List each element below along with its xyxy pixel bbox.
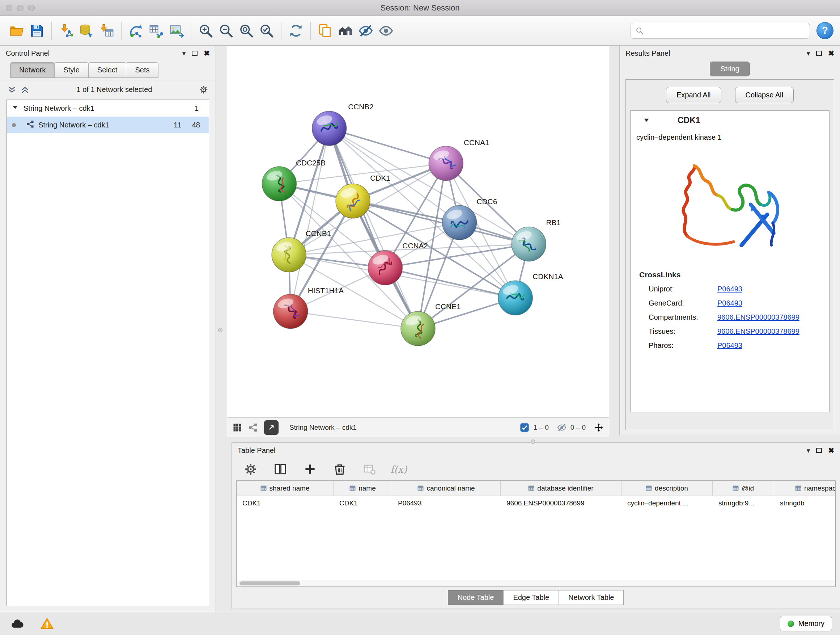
column-header[interactable]: namespace xyxy=(774,481,835,496)
show-columns-button[interactable] xyxy=(272,461,289,478)
table-cell[interactable]: P06493 xyxy=(392,496,501,510)
splitter-handle[interactable] xyxy=(531,440,535,444)
table-cell[interactable]: CDK1 xyxy=(333,496,392,510)
float-panel-icon[interactable] xyxy=(192,51,197,56)
network-node-ccnb1[interactable]: CCNB1 xyxy=(272,229,331,272)
network-overview-icon[interactable] xyxy=(248,423,258,432)
crosslink-link[interactable]: 9606.ENSP00000378699 xyxy=(717,327,799,336)
disclosure-triangle-icon[interactable] xyxy=(643,117,650,124)
network-collection-row[interactable]: String Network – cdk1 1 xyxy=(7,100,209,117)
warnings-button[interactable] xyxy=(38,614,57,633)
create-network-from-table-button[interactable] xyxy=(146,20,166,42)
table-cell[interactable]: stringdb:9... xyxy=(713,496,774,510)
crosslink-link[interactable]: P06493 xyxy=(717,341,742,350)
collapse-all-button[interactable]: Collapse All xyxy=(735,87,794,103)
tab-style[interactable]: Style xyxy=(54,62,88,78)
network-edge[interactable] xyxy=(291,128,329,312)
first-neighbors-button[interactable] xyxy=(335,20,355,42)
column-header[interactable]: shared name xyxy=(237,481,333,496)
expand-all-button[interactable]: Expand All xyxy=(666,87,722,103)
zoom-out-button[interactable] xyxy=(216,20,236,42)
expand-all-icon[interactable] xyxy=(20,85,30,95)
zoom-in-button[interactable] xyxy=(196,20,216,42)
apply-layout-button[interactable] xyxy=(286,20,306,42)
collapse-panel-icon[interactable]: ▾ xyxy=(807,50,810,57)
column-header[interactable]: @id xyxy=(713,481,774,496)
network-node-cdkn1a[interactable]: CDKN1A xyxy=(498,272,563,315)
tab-network[interactable]: Network xyxy=(10,62,55,78)
delete-column-button[interactable] xyxy=(331,461,348,478)
network-edge[interactable] xyxy=(291,311,418,329)
splitter-handle[interactable] xyxy=(218,328,223,333)
disclosure-triangle-icon[interactable] xyxy=(12,104,24,112)
network-edge[interactable] xyxy=(329,128,418,329)
collapse-panel-icon[interactable]: ▾ xyxy=(807,447,810,454)
table-cell[interactable]: 9606.ENSP00000378699 xyxy=(501,496,622,510)
table-cell[interactable]: CDK1 xyxy=(237,496,333,510)
network-node-cdk1[interactable]: CDK1 xyxy=(336,174,390,218)
create-column-button[interactable] xyxy=(302,461,319,478)
open-session-button[interactable] xyxy=(6,20,27,42)
memory-button[interactable]: Memory xyxy=(780,616,832,631)
copy-button[interactable] xyxy=(315,20,335,42)
network-node-cdc25b[interactable]: CDC25B xyxy=(262,158,325,201)
tab-string[interactable]: String xyxy=(710,62,750,76)
collapse-all-icon[interactable] xyxy=(7,85,17,95)
close-panel-icon[interactable]: ✖ xyxy=(204,50,210,57)
network-edge[interactable] xyxy=(329,128,446,164)
zoom-selected-button[interactable] xyxy=(256,20,277,42)
tab-sets[interactable]: Sets xyxy=(126,62,158,78)
close-window-button[interactable] xyxy=(6,5,12,11)
column-header[interactable]: name xyxy=(333,481,392,496)
column-header[interactable]: canonical name xyxy=(392,481,501,496)
network-row[interactable]: String Network – cdk1 11 48 xyxy=(7,117,209,133)
hide-selected-button[interactable] xyxy=(355,20,376,42)
tab-network-table[interactable]: Network Table xyxy=(559,590,624,605)
tab-node-table[interactable]: Node Table xyxy=(448,590,504,605)
function-builder-button[interactable]: f(x) xyxy=(390,464,407,475)
network-node-rb1[interactable]: RB1 xyxy=(512,218,561,261)
search-input[interactable] xyxy=(647,27,805,35)
export-image-button[interactable] xyxy=(166,20,187,42)
scrollbar-thumb[interactable] xyxy=(240,581,300,585)
selected-checkbox-icon[interactable] xyxy=(519,423,530,432)
column-header[interactable]: database identifier xyxy=(501,481,622,496)
grid-view-icon[interactable] xyxy=(232,423,242,432)
zoom-fit-button[interactable] xyxy=(236,20,256,42)
column-header[interactable]: description xyxy=(622,481,713,496)
help-button[interactable]: ? xyxy=(816,22,834,39)
minimize-window-button[interactable] xyxy=(17,5,24,11)
clone-network-button[interactable] xyxy=(126,20,146,42)
maximize-window-button[interactable] xyxy=(28,5,35,11)
show-all-button[interactable] xyxy=(376,20,396,42)
crosslink-link[interactable]: P06493 xyxy=(717,299,742,307)
float-panel-icon[interactable] xyxy=(816,448,822,453)
gene-header[interactable]: CDK1 xyxy=(630,111,829,130)
delete-table-button[interactable] xyxy=(361,461,378,478)
crosslink-link[interactable]: P06493 xyxy=(717,285,742,293)
close-panel-icon[interactable]: ✖ xyxy=(828,50,834,57)
import-table-from-file-button[interactable] xyxy=(96,20,117,42)
close-panel-icon[interactable]: ✖ xyxy=(828,447,834,454)
save-session-button[interactable] xyxy=(27,20,47,42)
network-canvas-svg[interactable]: CCNB2CCNA1CDC25BCDK1CDC6RB1CCNB1CCNA2CDK… xyxy=(227,46,609,417)
open-in-new-window-button[interactable] xyxy=(264,420,279,435)
table-cell[interactable]: stringdb xyxy=(774,496,835,510)
network-node-hist1h1a[interactable]: HIST1H1A xyxy=(273,287,344,329)
network-node-cdc6[interactable]: CDC6 xyxy=(442,197,497,240)
cloud-status-button[interactable] xyxy=(8,614,27,633)
horizontal-scrollbar[interactable] xyxy=(237,580,835,586)
network-canvas[interactable]: CCNB2CCNA1CDC25BCDK1CDC6RB1CCNB1CCNA2CDK… xyxy=(227,46,609,417)
hidden-eye-slash-icon[interactable] xyxy=(557,423,567,432)
import-network-from-file-button[interactable] xyxy=(56,20,76,42)
crosslink-link[interactable]: 9606.ENSP00000378699 xyxy=(717,313,799,321)
gear-icon[interactable] xyxy=(199,85,208,95)
network-node-ccna1[interactable]: CCNA1 xyxy=(429,138,489,181)
table-settings-button[interactable] xyxy=(242,461,259,478)
table-row[interactable]: CDK1CDK1P064939606.ENSP00000378699cyclin… xyxy=(237,496,835,510)
collapse-panel-icon[interactable]: ▾ xyxy=(182,50,186,57)
float-panel-icon[interactable] xyxy=(816,51,822,56)
table-cell[interactable]: cyclin–dependent ... xyxy=(622,496,713,510)
pan-move-icon[interactable] xyxy=(594,423,604,432)
tab-edge-table[interactable]: Edge Table xyxy=(503,590,559,605)
